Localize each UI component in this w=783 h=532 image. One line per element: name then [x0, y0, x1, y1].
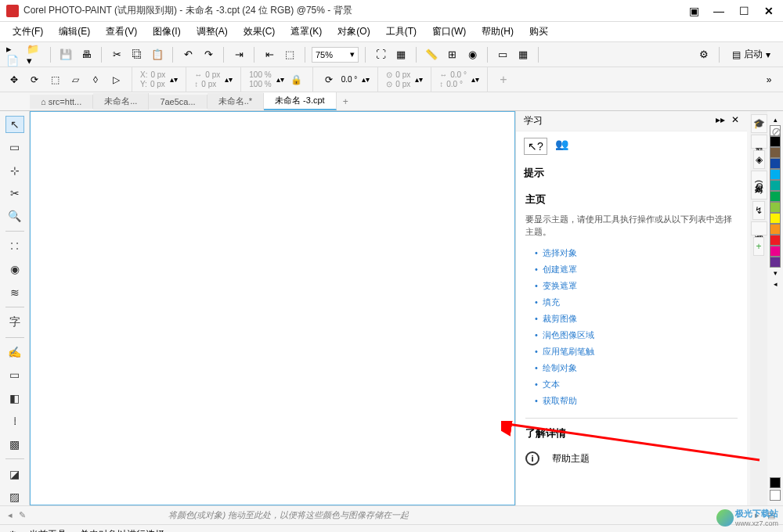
paste-icon[interactable]: 📋: [149, 46, 166, 63]
docker-tab-objects-icon[interactable]: ◈: [753, 150, 765, 169]
print-icon[interactable]: 🖶: [78, 46, 95, 63]
color-orange[interactable]: [770, 224, 781, 235]
options-icon[interactable]: ⚙: [695, 46, 713, 63]
transparency-tool-icon[interactable]: ▨: [5, 489, 24, 505]
color-purple[interactable]: [770, 257, 781, 268]
dropper-tool-icon[interactable]: ⁞: [5, 413, 24, 430]
hints-link-7[interactable]: 绘制对象: [535, 362, 738, 374]
color-green[interactable]: [770, 191, 781, 202]
maximize-icon[interactable]: ☐: [736, 5, 752, 17]
save-icon[interactable]: 💾: [57, 46, 74, 63]
zoom-tool-icon[interactable]: 🔍: [5, 208, 24, 225]
undo-icon[interactable]: ↶: [179, 46, 197, 63]
hints-link-6[interactable]: 应用笔刷笔触: [535, 346, 738, 358]
menu-view[interactable]: 查看(V): [99, 23, 143, 41]
more-icon[interactable]: »: [761, 72, 777, 88]
distort-icon[interactable]: ◊: [88, 72, 103, 88]
menu-mask[interactable]: 遮罩(K): [284, 23, 328, 41]
menu-window[interactable]: 窗口(W): [426, 23, 472, 41]
menu-adjust[interactable]: 调整(A): [190, 23, 234, 41]
brush-tool-icon[interactable]: ✍: [5, 343, 24, 360]
new-icon[interactable]: ▸📄: [6, 46, 23, 63]
text-tool-icon[interactable]: 字: [5, 314, 24, 330]
menu-effects[interactable]: 效果(C): [237, 23, 282, 41]
color-brown[interactable]: [770, 147, 781, 158]
fullscreen-icon[interactable]: ⛶: [372, 46, 389, 63]
palette-left-icon[interactable]: ◂: [8, 510, 13, 520]
pointer-help-icon[interactable]: ↖?: [524, 138, 547, 155]
palette-dropper-icon[interactable]: ✎: [19, 510, 26, 520]
color-red[interactable]: [770, 235, 781, 246]
add-icon[interactable]: +: [496, 72, 511, 88]
tab-doc-1[interactable]: 未命名...: [93, 93, 149, 110]
screenshot-icon[interactable]: ▣: [686, 5, 702, 17]
canvas[interactable]: [30, 111, 515, 505]
color-yellow[interactable]: [770, 213, 781, 224]
open-icon[interactable]: 📁▾: [27, 46, 44, 63]
import-icon[interactable]: ⇥: [230, 46, 247, 63]
palette-down-icon[interactable]: ▾: [774, 268, 778, 279]
lock-aspect-icon[interactable]: 🔒: [289, 72, 305, 88]
menu-help[interactable]: 帮助(H): [475, 23, 520, 41]
redeye-tool-icon[interactable]: ◉: [5, 261, 24, 277]
hints-link-1[interactable]: 创建遮罩: [535, 264, 738, 275]
hints-link-3[interactable]: 填充: [535, 297, 738, 308]
rotation-value[interactable]: 0.0 °: [341, 75, 358, 84]
foreground-color[interactable]: [770, 477, 781, 488]
perspective-icon[interactable]: ▷: [108, 72, 124, 88]
mask-icon[interactable]: ▭: [494, 46, 511, 63]
skew-icon[interactable]: ▱: [67, 72, 83, 88]
zoom-input[interactable]: 75%▾: [312, 47, 359, 63]
cut-icon[interactable]: ✂: [108, 46, 125, 63]
color-magenta[interactable]: [770, 246, 781, 257]
hints-link-2[interactable]: 变换遮罩: [535, 280, 738, 292]
docker-tab-learn-icon[interactable]: 🎓: [751, 114, 767, 133]
hints-link-0[interactable]: 选择对象: [535, 247, 738, 259]
minimize-icon[interactable]: —: [711, 5, 727, 17]
rect-mask-tool-icon[interactable]: ▭: [5, 139, 24, 156]
docker-tab-learn[interactable]: 学习: [751, 135, 767, 149]
tab-doc-4[interactable]: 未命名 -3.cpt: [264, 92, 337, 110]
hints-link-9[interactable]: 获取帮助: [535, 395, 738, 407]
ruler-icon[interactable]: 📏: [423, 46, 440, 63]
clip-icon[interactable]: ▦: [514, 46, 532, 63]
color-darkblue[interactable]: [770, 158, 781, 169]
docker-tab-adjust-icon[interactable]: ↯: [752, 201, 765, 220]
menu-image[interactable]: 图像(I): [146, 23, 186, 41]
close-panel-icon[interactable]: ✕: [731, 114, 739, 128]
tab-doc-3[interactable]: 未命名..*: [207, 93, 264, 110]
hints-link-4[interactable]: 裁剪图像: [535, 313, 738, 325]
menu-object[interactable]: 对象(O): [331, 23, 376, 41]
color-cyan[interactable]: [770, 169, 781, 180]
close-icon[interactable]: ✕: [761, 5, 777, 17]
background-color[interactable]: [770, 490, 781, 501]
tab-add-icon[interactable]: +: [337, 94, 355, 110]
pick-tool-icon[interactable]: ↖: [5, 116, 24, 133]
menu-buy[interactable]: 购买: [523, 23, 554, 41]
color-lime[interactable]: [770, 202, 781, 213]
copy-icon[interactable]: ⿻: [128, 46, 146, 63]
clone-tool-icon[interactable]: ⸬: [5, 238, 24, 254]
shadow-tool-icon[interactable]: ◪: [5, 466, 24, 482]
transform-tool-icon[interactable]: ⊹: [5, 162, 24, 178]
redo-icon[interactable]: ↷: [200, 46, 217, 63]
docker-tab-adjust[interactable]: 调整: [751, 221, 767, 235]
palette-up-icon[interactable]: ▴: [774, 114, 778, 125]
rectangle-tool-icon[interactable]: ▭: [5, 367, 24, 383]
hints-link-5[interactable]: 润色图像区域: [535, 329, 738, 341]
menu-tools[interactable]: 工具(T): [380, 23, 423, 41]
grid-icon[interactable]: ▦: [392, 46, 410, 63]
move-icon[interactable]: ✥: [6, 72, 22, 88]
collapse-icon[interactable]: ▸▸: [716, 114, 725, 128]
hints-link-8[interactable]: 文本: [535, 379, 738, 390]
liquid-tool-icon[interactable]: ≋: [5, 284, 24, 300]
crop-tool-icon[interactable]: ✂: [5, 185, 24, 201]
tab-doc-0[interactable]: ⌂ src=htt...: [30, 95, 93, 109]
docker-add-icon[interactable]: +: [753, 237, 763, 256]
docker-tab-objects[interactable]: 对象 (O): [751, 171, 767, 200]
guides-icon[interactable]: ⊞: [443, 46, 460, 63]
export-icon[interactable]: ⇤: [261, 46, 278, 63]
snap-icon[interactable]: ◉: [464, 46, 481, 63]
eraser-tool-icon[interactable]: ◧: [5, 390, 24, 406]
tab-doc-2[interactable]: 7ae5ca...: [149, 95, 207, 109]
